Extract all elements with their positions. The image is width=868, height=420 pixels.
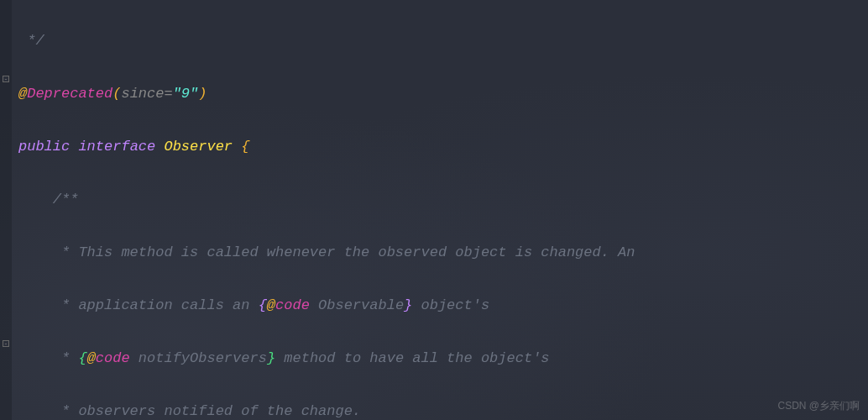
fold-icon[interactable]: - [3,340,9,347]
javadoc-line: * application calls an [18,297,259,313]
brace-open: { [259,297,267,313]
equals: = [164,86,172,102]
code-editor[interactable]: */ @Deprecated(since="9") public interfa… [0,0,868,420]
keyword-public: public [18,139,70,155]
keyword-interface: interface [78,139,155,155]
paren-close: ) [198,86,207,102]
annotation-name: Deprecated [27,86,112,102]
code-text: notifyObservers [130,350,267,366]
code-text: Observable [310,297,404,313]
editor-gutter: - - [0,0,12,420]
type-observer: Observer [164,139,233,155]
brace-close: } [404,297,412,313]
comment-close: */ [18,33,44,49]
javadoc-line: object's [412,297,489,313]
at-sign: @ [18,86,27,102]
javadoc-code-tag: code [275,297,310,313]
javadoc-line: * [18,350,78,366]
javadoc-line: * This method is called whenever the obs… [18,244,635,260]
param-since: since [121,86,164,102]
brace-close: } [267,350,275,366]
javadoc-open: /** [18,192,78,207]
at-sign: @ [267,297,275,313]
javadoc-line: * observers notified of the change. [18,403,361,419]
paren-open: ( [112,86,121,102]
brace-open: { [241,139,249,155]
javadoc-code-tag: code [96,350,130,366]
brace-open: { [78,350,86,366]
string-literal: "9" [173,86,199,102]
javadoc-line: method to have all the object's [275,350,549,366]
watermark: CSDN @乡亲们啊 [777,396,860,415]
fold-icon[interactable]: - [3,76,9,82]
at-sign: @ [87,350,96,366]
